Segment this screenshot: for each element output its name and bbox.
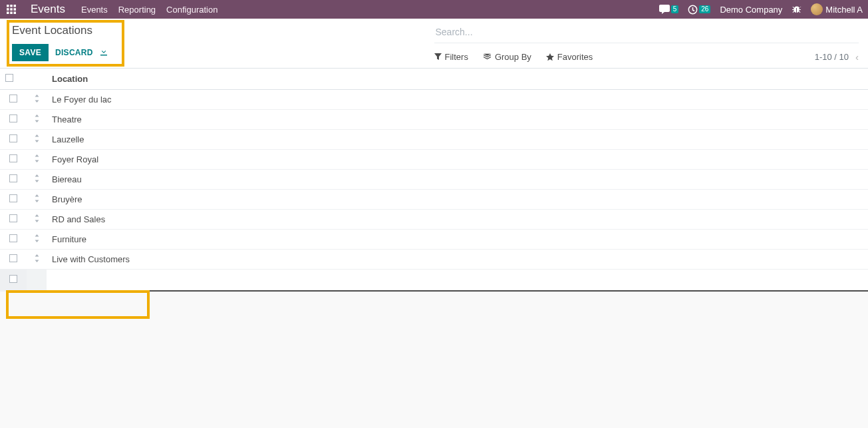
messages-badge: 5 [671,5,679,13]
table-row[interactable]: Furniture [0,230,868,250]
row-checkbox[interactable] [9,114,17,122]
svg-rect-5 [14,8,17,11]
svg-rect-8 [14,12,17,15]
drag-handle-icon[interactable] [34,134,40,144]
row-checkbox[interactable] [9,134,17,142]
row-checkbox[interactable] [9,174,17,182]
export-icon[interactable] [100,47,108,58]
location-cell: Theatre [52,114,82,124]
pager-range[interactable]: 1-10 / 10 [815,52,849,62]
location-cell: Furniture [52,234,86,244]
favorites-button[interactable]: Favorites [546,52,593,62]
filters-label: Filters [445,52,468,62]
drag-handle-icon[interactable] [34,214,40,224]
avatar [811,3,823,15]
locations-table: Location Le Foyer du lacTheatreLauzelleF… [0,69,868,292]
user-name: Mitchell A [825,5,863,15]
table-row[interactable]: Live with Customers [0,250,868,270]
drag-handle-icon[interactable] [34,254,40,264]
top-navbar: Events Events Reporting Configuration 5 … [0,0,868,19]
menu-configuration[interactable]: Configuration [166,5,217,15]
user-menu[interactable]: Mitchell A [811,3,863,15]
group-by-label: Group By [495,52,531,62]
location-cell: Biereau [52,174,82,184]
drag-handle-icon[interactable] [34,154,40,164]
highlight-annotation [6,290,150,319]
location-cell: Lauzelle [52,134,84,144]
location-cell: RD and Sales [52,214,105,224]
drag-handle-icon[interactable] [34,95,40,105]
row-checkbox[interactable] [9,194,17,202]
svg-rect-4 [10,8,13,11]
drag-handle-icon[interactable] [34,174,40,184]
menu-events[interactable]: Events [81,5,108,15]
search-input[interactable] [434,24,859,40]
save-button[interactable]: SAVE [12,44,49,61]
drag-handle-icon[interactable] [34,194,40,204]
row-checkbox[interactable] [9,95,17,103]
svg-rect-1 [10,5,13,7]
drag-handle-icon[interactable] [34,114,40,124]
location-cell: Le Foyer du lac [52,95,112,105]
select-all-checkbox[interactable] [5,74,13,82]
company-switcher[interactable]: Demo Company [720,5,782,15]
row-checkbox[interactable] [9,275,17,283]
breadcrumb: Event Locations [9,24,434,37]
table-row[interactable]: Biereau [0,170,868,190]
svg-rect-3 [7,8,9,11]
favorites-label: Favorites [557,52,593,62]
location-cell: Foyer Royal [52,154,98,164]
group-by-button[interactable]: Group By [483,52,531,62]
svg-rect-7 [10,12,13,15]
location-cell: Live with Customers [52,254,130,264]
activities-icon[interactable]: 26 [688,5,710,15]
row-checkbox[interactable] [9,234,17,242]
pager-prev-icon[interactable]: ‹ [855,51,859,63]
control-panel: Event Locations SAVE DISCARD Filters Gro… [0,19,868,69]
activities-badge: 26 [699,5,710,13]
apps-icon[interactable] [5,0,17,19]
drag-handle-icon[interactable] [34,234,40,244]
table-row[interactable]: Theatre [0,110,868,130]
table-row[interactable]: Le Foyer du lac [0,90,868,110]
location-cell: Bruyère [52,194,82,204]
row-checkbox[interactable] [9,254,17,262]
new-location-input[interactable] [52,274,863,286]
table-row-new[interactable] [0,270,868,292]
svg-rect-0 [7,5,9,7]
table-row[interactable]: Bruyère [0,190,868,210]
menu-reporting[interactable]: Reporting [118,5,156,15]
table-row[interactable]: Foyer Royal [0,150,868,170]
discard-button[interactable]: DISCARD [55,48,93,57]
messages-icon[interactable]: 5 [659,5,679,14]
filters-button[interactable]: Filters [434,52,468,62]
app-brand[interactable]: Events [31,3,65,16]
svg-rect-6 [7,12,9,15]
debug-icon[interactable] [792,5,801,15]
table-row[interactable]: Lauzelle [0,130,868,150]
table-row[interactable]: RD and Sales [0,210,868,230]
svg-rect-2 [14,5,17,7]
row-checkbox[interactable] [9,214,17,222]
column-header-location[interactable]: Location [47,69,868,90]
row-checkbox[interactable] [9,154,17,162]
